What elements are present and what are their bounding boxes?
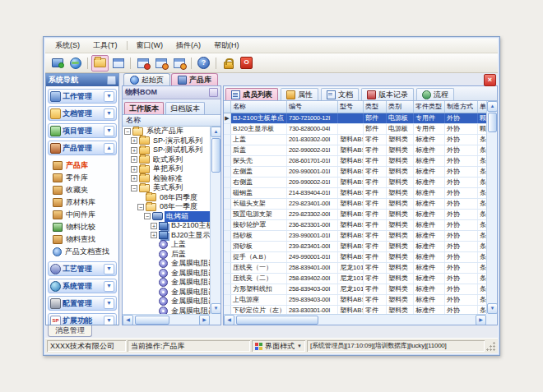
column-header-2[interactable]: 型号 [338, 101, 364, 113]
scroll-up-icon[interactable]: ▲ [211, 127, 220, 137]
table-row-1[interactable]: BJ20主显示板730-828000-04I部件电源板专用件外协颗 [224, 124, 486, 135]
table-row-4[interactable]: 探头壳208-601701-01I塑料ABS零件塑料类标准件外协条 [224, 156, 486, 167]
expand-plus-icon[interactable]: + [131, 156, 137, 163]
table-row-0[interactable]: ▶BJ-2100主板单点730-721000-12I部件电源板专用件外协颗 [224, 113, 486, 124]
scroll-left-icon[interactable]: ◀ [224, 315, 234, 325]
expand-plus-icon[interactable]: + [131, 137, 137, 144]
nav-group-1[interactable]: 文档管理▼ [48, 106, 117, 121]
tree-hscroll-thumb[interactable] [135, 316, 169, 325]
nav-item-4[interactable]: 中间件库 [53, 209, 117, 220]
collapse-minus-icon[interactable]: − [137, 204, 144, 210]
chevron-down-icon[interactable]: ▼ [104, 91, 114, 102]
members-tab-4[interactable]: 流程 [416, 88, 454, 100]
table-row-12[interactable]: 滑砂板239-823401-00I塑料ABS零件塑料类标准件外协条 [224, 242, 486, 252]
column-header-7[interactable]: 单位 [478, 101, 486, 113]
table-row-14[interactable]: 压线夹（一）258-839401-00I尼龙1010零件塑料类标准件外协条 [224, 263, 486, 274]
message-manager-tab[interactable]: 消息管理 [48, 325, 92, 337]
members-tab-0[interactable]: 成员列表 [225, 88, 278, 100]
windows-button[interactable] [109, 55, 127, 71]
bom-tab-0[interactable]: 工作版本 [124, 102, 164, 114]
nav-group-4[interactable]: 工艺管理▼ [48, 261, 117, 276]
exit-button[interactable]: O [238, 55, 255, 71]
members-tab-1[interactable]: 属性 [281, 88, 318, 100]
table-row-9[interactable]: 预置电源支架229-823302-00I塑料ABS零件塑料类标准件外协条 [224, 210, 486, 220]
nav-group-7[interactable]: SP扩展功能▼ [48, 313, 117, 325]
expand-plus-icon[interactable]: + [151, 232, 157, 238]
window-badge-button[interactable] [152, 55, 169, 71]
scroll-up-icon[interactable]: ▲ [487, 101, 497, 112]
table-row-5[interactable]: 左侧盖209-990001-01I塑料ABS零件塑料类标准件外协条 [224, 167, 486, 178]
table-row-11[interactable]: 挡砂板239-990001-01I塑料ABS零件塑料类标准件外协条 [224, 231, 486, 242]
doc-tab-0[interactable]: 起始页 [123, 73, 170, 85]
menu-item-3[interactable]: 插件(A) [169, 39, 207, 52]
nav-group-5[interactable]: 系统管理▼ [48, 279, 117, 293]
nav-item-0[interactable]: 产品库 [53, 159, 117, 171]
open-folder-button[interactable] [91, 55, 109, 71]
table-row-13[interactable]: 提手（A.B）249-990001-01I塑料ABS零件塑料类标准件外协条 [224, 252, 486, 263]
tree-node-12[interactable]: 上盖 [123, 240, 210, 250]
nav-group-0[interactable]: 工作管理▼ [48, 89, 117, 104]
table-row-15[interactable]: 压线夹（二）258-839402-00I尼龙1010零件塑料类标准件外协条 [224, 274, 486, 284]
chevron-down-icon[interactable]: ▼ [104, 298, 114, 309]
expand-plus-icon[interactable]: + [131, 175, 137, 182]
column-header-5[interactable]: 零件类型 [414, 101, 445, 113]
chevron-down-icon[interactable]: ▼ [104, 264, 114, 274]
menu-item-1[interactable]: 工具(T) [86, 39, 124, 52]
table-vscroll-thumb[interactable] [488, 113, 497, 132]
help-button[interactable]: ? [195, 55, 212, 71]
close-tab-button[interactable]: × [484, 74, 496, 86]
nav-item-6[interactable]: 物料查找 [53, 233, 117, 245]
table-row-3[interactable]: 后盖202-990002-01I塑料ABS零件塑料类标准件外协条 [224, 145, 486, 156]
tree-node-11[interactable]: +BJ20主显示板 [123, 231, 210, 241]
nav-item-5[interactable]: 物料比较 [53, 221, 117, 233]
pin-icon[interactable] [209, 88, 218, 97]
expand-plus-icon[interactable]: + [131, 166, 137, 173]
nav-item-7[interactable]: 产品文档查找 [53, 246, 117, 257]
window-refresh-button[interactable] [170, 55, 188, 71]
nav-group-3[interactable]: 产品管理▲ [48, 141, 117, 155]
table-vertical-scrollbar[interactable]: ▲ ▼ [486, 101, 497, 314]
nav-group-6[interactable]: 配置管理▼ [48, 296, 117, 311]
expand-plus-icon[interactable]: + [151, 223, 157, 229]
members-tab-2[interactable]: 文档 [321, 88, 359, 100]
chevron-down-icon[interactable]: ▼ [104, 316, 114, 325]
menu-item-0[interactable]: 系统(S) [49, 39, 86, 52]
scroll-left-icon[interactable]: ◀ [123, 315, 133, 325]
table-row-16[interactable]: 方形塑料线扣258-839403-00I尼龙1010零件塑料类标准件外协条 [224, 284, 486, 295]
nav-item-3[interactable]: 原材料库 [53, 196, 117, 208]
table-row-6[interactable]: 右侧盖209-990002-01I塑料ABS零件塑料类标准件外协条 [224, 178, 486, 188]
chevron-down-icon[interactable]: ▼ [104, 126, 114, 136]
column-header-3[interactable]: 类型 [364, 101, 387, 113]
scroll-down-icon[interactable]: ▼ [487, 303, 497, 314]
ui-style-selector[interactable]: 界面样式 ▼ [252, 340, 305, 352]
column-header-6[interactable]: 制造方式 [445, 101, 478, 113]
scroll-down-icon[interactable]: ▼ [211, 303, 220, 314]
tree-horizontal-scrollbar[interactable]: ◀ ▶ [123, 314, 210, 325]
tree-vertical-scrollbar[interactable]: ▲ ▼ [210, 127, 220, 314]
table-row-10[interactable]: 接砂轮护罩236-823301-00I塑料ABS零件塑料类标准件外协条 [224, 220, 486, 231]
bom-tab-1[interactable]: 归档版本 [165, 102, 205, 114]
collapse-minus-icon[interactable]: − [124, 128, 131, 135]
column-header-4[interactable]: 类别 [387, 101, 414, 113]
scroll-right-icon[interactable]: ▶ [476, 315, 486, 325]
expand-plus-icon[interactable]: + [131, 147, 137, 154]
table-horizontal-scrollbar[interactable]: ◀ ▶ [224, 314, 486, 325]
chevron-up-icon[interactable]: ▲ [104, 143, 114, 154]
table-row-2[interactable]: 上盖201-830302-00I塑料ABS零件塑料类标准件外协条 [224, 135, 486, 145]
table-row-18[interactable]: 下砂定位片（左）283-830301-00I塑料ABS零件塑料类标准件外协条 [224, 306, 486, 314]
scroll-right-icon[interactable]: ▶ [199, 315, 210, 325]
table-row-8[interactable]: 长磁头支架229-823401-00I塑料ABS零件塑料类标准件外协条 [224, 199, 486, 210]
collapse-minus-icon[interactable]: − [131, 185, 137, 191]
members-tab-3[interactable]: 版本记录 [361, 88, 414, 100]
nav-item-2[interactable]: 收藏夹 [53, 184, 117, 196]
nav-group-2[interactable]: 项目管理▼ [48, 123, 117, 138]
tree-column-header[interactable]: 名称 [123, 115, 220, 127]
collapse-minus-icon[interactable]: − [144, 213, 151, 219]
tree-node-19[interactable]: 金属膜电阻器 [123, 307, 210, 315]
chevron-down-icon[interactable]: ▼ [104, 281, 114, 292]
tree-vscroll-thumb[interactable] [211, 138, 220, 173]
menu-item-2[interactable]: 窗口(W) [130, 39, 170, 52]
table-row-7[interactable]: 磁钢盖214-839404-01I塑料ABS零件塑料类标准件外协条 [224, 188, 486, 199]
column-header-0[interactable]: 名称 [231, 101, 287, 113]
lock-button[interactable] [220, 55, 237, 71]
